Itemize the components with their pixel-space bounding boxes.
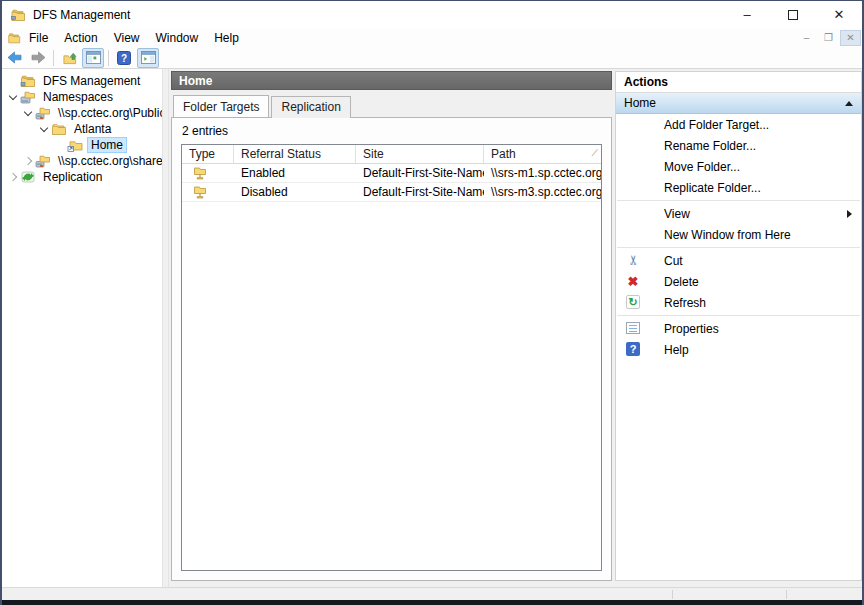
cell-site: Default-First-Site-Name bbox=[356, 183, 484, 201]
action-cut[interactable]: ✂ Cut bbox=[616, 250, 861, 271]
menu-bar: File Action View Window Help – ❐ ✕ bbox=[2, 28, 862, 47]
show-console-tree-toggle[interactable] bbox=[82, 48, 104, 68]
action-new-window-from-here[interactable]: New Window from Here bbox=[616, 224, 861, 245]
pane-splitter[interactable] bbox=[162, 69, 169, 587]
column-header-site[interactable]: Site bbox=[356, 145, 484, 163]
console-content: DFS Management Namespaces bbox=[2, 69, 862, 587]
list-header: Type Referral Status Site Path ∕ bbox=[182, 145, 601, 164]
entries-count: 2 entries bbox=[172, 118, 611, 144]
tree-label: Namespaces bbox=[40, 90, 116, 104]
dfs-app-icon bbox=[10, 7, 26, 23]
dfs-root-icon bbox=[20, 74, 36, 88]
dfs-folder-icon bbox=[67, 138, 83, 152]
toolbar-separator bbox=[53, 50, 54, 66]
collapse-section-icon[interactable] bbox=[845, 101, 853, 106]
maximize-button[interactable] bbox=[770, 1, 816, 28]
help-icon: ? bbox=[626, 342, 640, 356]
action-help[interactable]: ? Help bbox=[616, 339, 861, 360]
menu-help[interactable]: Help bbox=[206, 29, 247, 47]
chevron-right-icon[interactable] bbox=[24, 157, 32, 165]
menu-file[interactable]: File bbox=[21, 29, 56, 47]
minimize-button[interactable]: – bbox=[724, 1, 770, 28]
actions-separator bbox=[617, 315, 860, 316]
cell-path: \\srs-m3.sp.cctec.org\sha... bbox=[484, 183, 601, 201]
chevron-down-icon[interactable] bbox=[9, 91, 17, 99]
menu-view[interactable]: View bbox=[106, 29, 148, 47]
tree-item-dfs-management[interactable]: DFS Management bbox=[2, 73, 162, 89]
column-header-type[interactable]: Type bbox=[182, 145, 234, 163]
column-header-path[interactable]: Path ∕ bbox=[484, 145, 601, 163]
tab-replication[interactable]: Replication bbox=[271, 96, 350, 118]
action-delete[interactable]: ✖ Delete bbox=[616, 271, 861, 292]
help-button[interactable]: ? bbox=[113, 48, 135, 68]
status-separator bbox=[672, 590, 673, 599]
tree-label: \\sp.cctec.org\Public bbox=[55, 106, 162, 120]
console-icon bbox=[7, 31, 21, 45]
title-bar: DFS Management – ✕ bbox=[2, 1, 862, 28]
results-title-text: Home bbox=[179, 74, 212, 88]
table-row[interactable]: Enabled Default-First-Site-Name \\srs-m1… bbox=[182, 164, 601, 183]
window-title: DFS Management bbox=[33, 8, 130, 22]
tab-strip: Folder Targets Replication bbox=[171, 95, 612, 117]
cell-referral-status: Enabled bbox=[234, 164, 356, 182]
namespaces-icon bbox=[20, 90, 36, 104]
chevron-down-icon[interactable] bbox=[24, 107, 32, 115]
tree-item-namespaces[interactable]: Namespaces bbox=[2, 89, 162, 105]
action-refresh[interactable]: ↻ Refresh bbox=[616, 292, 861, 313]
namespace-icon bbox=[35, 154, 51, 168]
folder-up-icon bbox=[62, 51, 77, 65]
folder-target-icon bbox=[192, 184, 208, 200]
tree-item-atlanta[interactable]: Atlanta bbox=[2, 121, 162, 137]
tree-item-replication[interactable]: Replication bbox=[2, 169, 162, 185]
chevron-down-icon[interactable] bbox=[40, 123, 48, 131]
forward-button[interactable] bbox=[27, 48, 49, 68]
action-move-folder[interactable]: Move Folder... bbox=[616, 156, 861, 177]
cell-path: \\srs-m1.sp.cctec.org\Sh... bbox=[484, 164, 601, 182]
actions-pane: Actions Home Add Folder Target... Rename… bbox=[615, 71, 862, 581]
tree-label: Replication bbox=[40, 170, 105, 184]
folder-targets-tab-page: 2 entries Type Referral Status Site Path… bbox=[171, 117, 612, 581]
actions-section-home[interactable]: Home bbox=[616, 93, 861, 114]
menu-window[interactable]: Window bbox=[148, 29, 207, 47]
chevron-right-icon[interactable] bbox=[9, 173, 17, 181]
window-bottom-border bbox=[2, 600, 862, 605]
results-pane-title: Home bbox=[171, 71, 612, 90]
action-pane-icon bbox=[141, 51, 156, 64]
tab-folder-targets[interactable]: Folder Targets bbox=[173, 95, 269, 117]
menu-action[interactable]: Action bbox=[56, 29, 105, 47]
tree-label-selected: Home bbox=[87, 137, 127, 153]
action-replicate-folder[interactable]: Replicate Folder... bbox=[616, 177, 861, 198]
toolbar: ? bbox=[2, 47, 862, 69]
child-minimize-button[interactable]: – bbox=[796, 30, 817, 46]
close-button[interactable]: ✕ bbox=[816, 1, 862, 28]
forward-arrow-icon bbox=[31, 51, 46, 64]
actions-separator bbox=[617, 247, 860, 248]
actions-pane-title: Actions bbox=[616, 72, 861, 93]
tree-item-namespace-shares[interactable]: \\sp.cctec.org\shares bbox=[2, 153, 162, 169]
back-arrow-icon bbox=[7, 51, 22, 64]
delete-x-icon: ✖ bbox=[625, 273, 641, 289]
console-tree-icon bbox=[86, 51, 101, 64]
dfs-management-window: DFS Management – ✕ File Action View Wind… bbox=[0, 0, 864, 605]
up-one-level-button[interactable] bbox=[58, 48, 80, 68]
console-tree-pane: DFS Management Namespaces bbox=[2, 69, 162, 587]
tree-label: Atlanta bbox=[71, 122, 114, 136]
folder-icon bbox=[51, 122, 67, 136]
action-rename-folder[interactable]: Rename Folder... bbox=[616, 135, 861, 156]
tree-item-namespace-public[interactable]: \\sp.cctec.org\Public bbox=[2, 105, 162, 121]
child-close-button[interactable]: ✕ bbox=[840, 30, 861, 46]
child-restore-button[interactable]: ❐ bbox=[818, 30, 839, 46]
tab-area: Folder Targets Replication 2 entries Typ… bbox=[171, 95, 612, 581]
scissors-icon: ✂ bbox=[625, 252, 641, 268]
back-button[interactable] bbox=[3, 48, 25, 68]
show-action-pane-toggle[interactable] bbox=[137, 48, 159, 68]
column-header-referral-status[interactable]: Referral Status bbox=[234, 145, 356, 163]
action-properties[interactable]: Properties bbox=[616, 318, 861, 339]
table-row[interactable]: Disabled Default-First-Site-Name \\srs-m… bbox=[182, 183, 601, 202]
action-add-folder-target[interactable]: Add Folder Target... bbox=[616, 114, 861, 135]
tree-label: DFS Management bbox=[40, 74, 143, 88]
tree-item-home[interactable]: Home bbox=[2, 137, 162, 153]
maximize-icon bbox=[788, 10, 798, 20]
action-view[interactable]: View bbox=[616, 203, 861, 224]
actions-section-label: Home bbox=[624, 96, 845, 110]
